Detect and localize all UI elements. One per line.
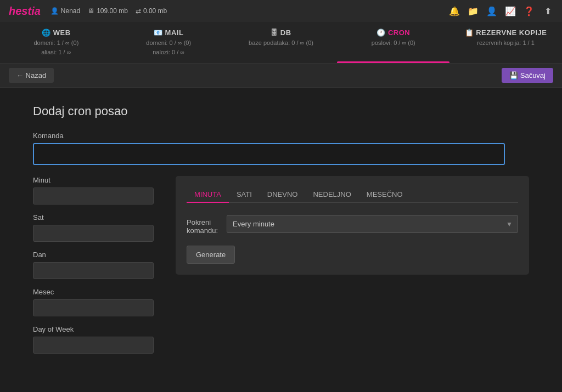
bell-icon[interactable]: 🔔 <box>449 5 460 16</box>
upload-icon[interactable]: ⬆ <box>542 5 553 16</box>
sat-group: Sat <box>33 213 154 242</box>
panel-tab-dnevno[interactable]: DNEVNO <box>260 187 306 203</box>
generate-button[interactable]: Generate <box>187 246 235 264</box>
tab-active-underline <box>337 61 449 63</box>
run-select[interactable]: Every minute Every 5 minutes Every 10 mi… <box>227 215 518 233</box>
dayofweek-input[interactable] <box>33 337 154 354</box>
action-bar: ← Nazad 💾 Sačuvaj <box>0 64 562 88</box>
topbar-user: 👤 Nenad <box>50 7 80 15</box>
tab-web[interactable]: 🌐 WEB domeni: 1 / ∞ (0) aliasi: 1 / ∞ <box>0 29 113 63</box>
bandwidth-icon: ⇄ <box>136 7 141 15</box>
user-icon: 👤 <box>50 7 59 15</box>
topbar-info: 👤 Nenad 🖥 109.00 mb ⇄ 0.00 mb <box>50 7 167 15</box>
save-button[interactable]: 💾 Sačuvaj <box>502 68 553 83</box>
topbar-right: 🔔 📁 👤 📈 ❓ ⬆ <box>449 5 553 16</box>
komanda-group: Komanda <box>33 132 505 165</box>
form-left: Minut Sat Dan Mesec Day of Week <box>33 176 154 362</box>
nav-tabs: 🌐 WEB domeni: 1 / ∞ (0) aliasi: 1 / ∞ 📧 … <box>0 22 562 64</box>
back-button[interactable]: ← Nazad <box>9 68 54 83</box>
tab-backup[interactable]: 📋 REZERVNE KOPIJE rezervnih kopija: 1 / … <box>449 29 562 63</box>
komanda-label: Komanda <box>33 132 505 140</box>
mesec-group: Mesec <box>33 288 154 316</box>
minut-input[interactable] <box>33 188 154 204</box>
tab-db[interactable]: 🗄 DB baze podataka: 0 / ∞ (0) <box>225 29 338 63</box>
backup-icon: 📋 <box>465 29 474 37</box>
logo: hestia <box>9 5 41 18</box>
ram-icon: 🖥 <box>88 7 94 15</box>
help-icon[interactable]: ❓ <box>524 5 535 16</box>
panel-tab-mesecno[interactable]: MESEČNO <box>359 187 411 203</box>
cron-icon: 🕐 <box>376 29 386 37</box>
sat-label: Sat <box>33 213 154 221</box>
cron-panel: MINUTA SATI DNEVNO NEDELJNO MESEČNO Pokr… <box>176 176 529 275</box>
main-content: Dodaj cron posao Komanda Minut Sat Dan M… <box>0 88 562 379</box>
panel-tab-nedeljno[interactable]: NEDELJNO <box>305 187 358 203</box>
db-icon: 🗄 <box>271 29 278 37</box>
topbar-ram: 🖥 109.00 mb <box>88 7 128 15</box>
folder-icon[interactable]: 📁 <box>468 5 479 16</box>
user-circle-icon[interactable]: 👤 <box>486 5 497 16</box>
topbar: hestia 👤 Nenad 🖥 109.00 mb ⇄ 0.00 mb 🔔 📁… <box>0 0 562 22</box>
panel-tabs: MINUTA SATI DNEVNO NEDELJNO MESEČNO <box>187 187 518 203</box>
topbar-bandwidth: ⇄ 0.00 mb <box>136 7 167 15</box>
komanda-section: Komanda <box>33 132 505 165</box>
dan-label: Dan <box>33 251 154 259</box>
mail-icon: 📧 <box>154 29 163 37</box>
logo-accent: h <box>9 5 15 17</box>
page-title: Dodaj cron posao <box>33 104 529 118</box>
dayofweek-group: Day of Week <box>33 325 154 354</box>
tab-cron[interactable]: 🕐 CRON poslovi: 0 / ∞ (0) <box>337 29 449 63</box>
dayofweek-label: Day of Week <box>33 325 154 333</box>
panel-tab-minuta[interactable]: MINUTA <box>187 187 229 203</box>
topbar-left: hestia 👤 Nenad 🖥 109.00 mb ⇄ 0.00 mb <box>9 5 167 18</box>
run-command-row: Pokrenikomandu: Every minute Every 5 min… <box>187 215 518 235</box>
sat-input[interactable] <box>33 225 154 242</box>
dan-group: Dan <box>33 251 154 279</box>
tab-mail[interactable]: 📧 MAIL domeni: 0 / ∞ (0) nalozi: 0 / ∞ <box>113 29 225 63</box>
minut-label: Minut <box>33 176 154 184</box>
dan-input[interactable] <box>33 262 154 279</box>
minut-group: Minut <box>33 176 154 204</box>
chart-icon[interactable]: 📈 <box>505 5 516 16</box>
mesec-input[interactable] <box>33 299 154 316</box>
mesec-label: Mesec <box>33 288 154 296</box>
panel-tab-sati[interactable]: SATI <box>229 187 260 203</box>
form-section: Minut Sat Dan Mesec Day of Week <box>33 176 529 362</box>
web-icon: 🌐 <box>42 29 51 37</box>
run-label: Pokrenikomandu: <box>187 215 218 235</box>
run-select-wrapper: Every minute Every 5 minutes Every 10 mi… <box>227 215 518 233</box>
komanda-input[interactable] <box>33 143 505 165</box>
